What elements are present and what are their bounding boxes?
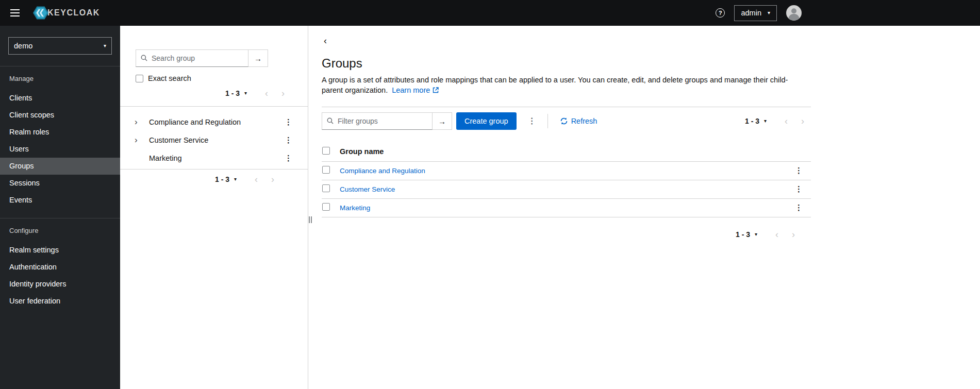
kebab-menu-button[interactable]: ⋮ <box>793 204 805 211</box>
user-menu-dropdown[interactable]: admin ▾ <box>734 5 777 21</box>
refresh-label: Refresh <box>571 117 597 125</box>
tree-pagination-top: 1 - 3 ▾ ‹ › <box>120 89 308 98</box>
filter-groups-input[interactable] <box>322 112 433 130</box>
collapse-panel-button[interactable]: ‹ <box>322 36 329 45</box>
sidebar-section-configure: Configure <box>0 218 120 242</box>
group-link[interactable]: Marketing <box>340 204 370 212</box>
main-content: ‹ Groups A group is a set of attributes … <box>313 26 811 389</box>
realm-selector[interactable]: demo ▾ <box>8 37 112 55</box>
avatar-button[interactable] <box>786 5 802 21</box>
caret-down-icon[interactable]: ▾ <box>234 177 237 182</box>
caret-down-icon: ▾ <box>768 10 770 15</box>
previous-page-button[interactable]: ‹ <box>769 230 785 239</box>
external-link-icon <box>433 87 439 93</box>
table-row: Compliance and Regulation ⋮ <box>322 161 811 180</box>
previous-page-button[interactable]: ‹ <box>248 175 264 184</box>
row-checkbox[interactable] <box>322 166 330 174</box>
pagination-range: 1 - 3 <box>215 175 229 183</box>
pagination-range: 1 - 3 <box>736 230 750 239</box>
sidebar-item-events[interactable]: Events <box>0 192 120 209</box>
exact-search-label: Exact search <box>148 74 191 82</box>
learn-more-link[interactable]: Learn more <box>392 86 439 94</box>
brand-text: KEYCLOAK <box>47 8 100 18</box>
kebab-menu-button[interactable]: ⋮ <box>793 166 805 174</box>
sidebar-item-groups[interactable]: Groups <box>0 158 120 175</box>
sidebar-item-sessions[interactable]: Sessions <box>0 175 120 192</box>
groups-table: Group name Compliance and Regulation ⋮ C… <box>322 142 811 217</box>
search-icon <box>327 117 334 124</box>
sidebar-item-realm-roles[interactable]: Realm roles <box>0 124 120 141</box>
panel-splitter[interactable] <box>308 26 313 389</box>
sidebar-item-clients[interactable]: Clients <box>0 90 120 107</box>
tree-item[interactable]: › Customer Service ⋮ <box>120 131 308 149</box>
help-button[interactable]: ? <box>716 8 725 18</box>
keycloak-logo[interactable]: KEYCLOAK <box>33 5 100 21</box>
user-menu-label: admin <box>741 9 761 17</box>
kebab-menu-button[interactable]: ⋮ <box>793 185 805 193</box>
tree-item-label[interactable]: Compliance and Regulation <box>149 118 241 126</box>
expand-chevron-icon[interactable]: › <box>135 135 147 145</box>
kebab-menu-button[interactable]: ⋮ <box>283 154 294 162</box>
splitter-grip-icon[interactable] <box>309 216 312 223</box>
create-group-button[interactable]: Create group <box>456 112 517 130</box>
row-checkbox[interactable] <box>322 203 330 211</box>
caret-down-icon[interactable]: ▾ <box>764 119 767 124</box>
expand-chevron-icon[interactable]: › <box>135 117 147 127</box>
exact-search-checkbox[interactable] <box>136 75 143 82</box>
previous-page-button[interactable]: ‹ <box>778 116 794 126</box>
next-page-button[interactable]: › <box>264 175 281 184</box>
sidebar-item-realm-settings[interactable]: Realm settings <box>0 242 120 259</box>
pagination-range: 1 - 3 <box>745 117 759 125</box>
groups-tree: › Compliance and Regulation ⋮ › Customer… <box>120 107 308 167</box>
sidebar-nav: demo ▾ Manage Clients Client scopes Real… <box>0 26 120 389</box>
sidebar-item-authentication[interactable]: Authentication <box>0 259 120 276</box>
select-all-checkbox[interactable] <box>322 147 330 155</box>
search-icon <box>141 55 147 61</box>
question-circle-icon: ? <box>716 8 725 18</box>
sidebar-item-client-scopes[interactable]: Client scopes <box>0 107 120 124</box>
table-pagination-bottom: 1 - 3 ▾ ‹ › <box>322 230 811 239</box>
kebab-menu-button[interactable]: ⋮ <box>283 118 294 126</box>
tree-item[interactable]: Marketing ⋮ <box>120 149 308 167</box>
sidebar-item-identity-providers[interactable]: Identity providers <box>0 276 120 293</box>
next-page-button[interactable]: › <box>785 230 802 239</box>
keycloak-logo-icon <box>33 5 48 21</box>
tree-pagination-bottom: 1 - 3 ▾ ‹ › <box>120 175 308 184</box>
toolbar-kebab-menu-button[interactable]: ⋮ <box>526 117 538 125</box>
tree-item-label[interactable]: Customer Service <box>149 136 208 144</box>
previous-page-button[interactable]: ‹ <box>258 89 275 98</box>
kebab-menu-button[interactable]: ⋮ <box>283 136 294 144</box>
tree-divider <box>120 169 308 170</box>
avatar-icon <box>786 14 802 22</box>
hamburger-menu-button[interactable] <box>8 6 22 20</box>
tree-search-input[interactable] <box>136 49 248 67</box>
refresh-button[interactable]: Refresh <box>560 117 597 125</box>
toolbar-divider <box>547 114 548 128</box>
group-link[interactable]: Compliance and Regulation <box>340 167 425 175</box>
pagination-range: 1 - 3 <box>225 89 240 97</box>
realm-selector-value: demo <box>14 42 32 50</box>
table-row: Customer Service ⋮ <box>322 180 811 198</box>
tree-item-label[interactable]: Marketing <box>149 154 182 162</box>
row-checkbox[interactable] <box>322 184 330 192</box>
group-link[interactable]: Customer Service <box>340 185 395 193</box>
next-page-button[interactable]: › <box>275 89 291 98</box>
caret-down-icon[interactable]: ▾ <box>755 232 757 237</box>
caret-down-icon: ▾ <box>104 43 106 48</box>
sidebar-item-users[interactable]: Users <box>0 141 120 158</box>
sidebar-section-manage: Manage <box>0 66 120 90</box>
sidebar-item-user-federation[interactable]: User federation <box>0 293 120 310</box>
caret-down-icon[interactable]: ▾ <box>244 91 247 96</box>
groups-toolbar: → Create group ⋮ Refresh 1 - 3 ▾ ‹ › <box>322 107 811 135</box>
column-header-group-name: Group name <box>339 142 787 161</box>
masthead: KEYCLOAK ? admin ▾ <box>0 0 980 26</box>
exact-search-option: Exact search <box>136 74 292 82</box>
tree-search-submit-button[interactable]: → <box>248 49 268 67</box>
groups-tree-panel: → Exact search 1 - 3 ▾ ‹ › › Compliance … <box>120 26 308 389</box>
table-pagination-top: 1 - 3 ▾ ‹ › <box>745 116 811 126</box>
next-page-button[interactable]: › <box>794 116 811 126</box>
arrow-right-icon: → <box>254 54 262 63</box>
page-description: A group is a set of attributes and role … <box>322 75 792 95</box>
tree-item[interactable]: › Compliance and Regulation ⋮ <box>120 113 308 131</box>
filter-submit-button[interactable]: → <box>433 112 452 130</box>
